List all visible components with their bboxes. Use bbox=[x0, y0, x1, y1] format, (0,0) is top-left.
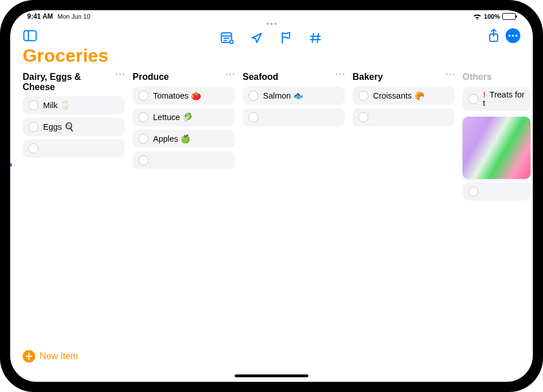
home-indicator[interactable] bbox=[235, 374, 308, 377]
status-bar: 9:41 AM Mon Jun 10 100% bbox=[10, 10, 533, 22]
section-title[interactable]: Seafood bbox=[243, 72, 333, 82]
reminder-item[interactable]: Croissants 🥐 bbox=[353, 87, 455, 105]
sections-container: Dairy, Eggs & CheeseMilk 🥛Eggs 🍳ProduceT… bbox=[10, 70, 533, 382]
complete-radio[interactable] bbox=[468, 186, 478, 197]
reminder-item[interactable]: Milk 🥛 bbox=[23, 96, 125, 114]
scroll-position-marker bbox=[10, 163, 12, 167]
complete-radio[interactable] bbox=[468, 94, 478, 104]
status-date: Mon Jun 10 bbox=[58, 13, 90, 20]
new-reminder-placeholder[interactable] bbox=[133, 151, 235, 169]
svg-point-23 bbox=[342, 73, 344, 75]
complete-radio[interactable] bbox=[138, 112, 149, 122]
share-icon[interactable] bbox=[486, 28, 501, 43]
reminder-item[interactable]: Lettuce 🥬 bbox=[133, 108, 235, 126]
section-column: Dairy, Eggs & CheeseMilk 🥛Eggs 🍳 bbox=[23, 72, 125, 382]
reminder-text[interactable]: Salmon 🐟 bbox=[263, 92, 303, 100]
svg-point-18 bbox=[226, 73, 227, 75]
complete-radio[interactable] bbox=[28, 100, 39, 110]
section-more-icon[interactable] bbox=[226, 72, 235, 75]
complete-radio[interactable] bbox=[138, 91, 149, 101]
svg-point-4 bbox=[512, 35, 514, 37]
svg-point-25 bbox=[449, 73, 451, 75]
location-icon[interactable] bbox=[249, 31, 264, 45]
reminder-text[interactable]: Apples 🍏 bbox=[153, 135, 190, 143]
svg-point-22 bbox=[339, 73, 341, 75]
sidebar-toggle-icon[interactable] bbox=[23, 28, 37, 43]
complete-radio[interactable] bbox=[358, 112, 368, 122]
calendar-icon[interactable] bbox=[220, 31, 235, 45]
battery-icon bbox=[502, 13, 516, 20]
section-column: BakeryCroissants 🥐 bbox=[353, 72, 455, 382]
section-title[interactable]: Produce bbox=[133, 72, 223, 82]
svg-line-12 bbox=[317, 33, 319, 42]
reminder-text[interactable]: Tomatoes 🍅 bbox=[153, 92, 201, 100]
section-title[interactable]: Bakery bbox=[353, 72, 443, 82]
multitasking-dots[interactable] bbox=[266, 23, 277, 25]
section-column: SeafoodSalmon 🐟 bbox=[243, 72, 345, 382]
new-reminder-placeholder[interactable] bbox=[243, 108, 345, 126]
svg-line-11 bbox=[312, 33, 313, 42]
new-reminder-placeholder[interactable] bbox=[463, 182, 531, 201]
svg-point-26 bbox=[452, 73, 454, 75]
reminder-text[interactable]: ! Treats for t bbox=[483, 91, 525, 107]
reminder-text[interactable]: Lettuce 🥬 bbox=[153, 113, 193, 122]
section-header: Others bbox=[463, 72, 531, 83]
section-more-icon[interactable] bbox=[116, 72, 125, 75]
reminder-item[interactable]: Salmon 🐟 bbox=[243, 87, 345, 105]
complete-radio[interactable] bbox=[248, 91, 258, 101]
svg-point-24 bbox=[446, 73, 447, 75]
reminder-item[interactable]: Apples 🍏 bbox=[133, 130, 235, 148]
section-title[interactable]: Dairy, Eggs & Cheese bbox=[23, 72, 113, 93]
svg-point-21 bbox=[336, 73, 337, 75]
section-header: Dairy, Eggs & Cheese bbox=[23, 72, 125, 93]
svg-point-15 bbox=[116, 73, 117, 75]
tag-icon[interactable] bbox=[308, 31, 323, 45]
battery-percent: 100% bbox=[484, 13, 500, 20]
reminder-item[interactable]: Tomatoes 🍅 bbox=[133, 87, 235, 105]
status-time: 9:41 AM bbox=[27, 12, 53, 20]
section-more-icon[interactable] bbox=[446, 72, 455, 75]
complete-radio[interactable] bbox=[28, 122, 39, 132]
list-title: Groceries bbox=[23, 45, 520, 66]
svg-point-5 bbox=[515, 35, 517, 37]
section-more-icon[interactable] bbox=[336, 72, 345, 75]
svg-rect-0 bbox=[24, 31, 36, 41]
new-reminder-placeholder[interactable] bbox=[23, 139, 125, 157]
section-column: ProduceTomatoes 🍅Lettuce 🥬Apples 🍏 bbox=[133, 72, 235, 382]
svg-point-19 bbox=[229, 73, 231, 75]
svg-point-20 bbox=[232, 73, 234, 75]
svg-point-17 bbox=[122, 73, 124, 75]
section-header: Produce bbox=[133, 72, 235, 83]
complete-radio[interactable] bbox=[138, 134, 149, 144]
reminder-item[interactable]: Eggs 🍳 bbox=[23, 118, 125, 136]
reminder-text[interactable]: Eggs 🍳 bbox=[43, 123, 74, 131]
svg-point-16 bbox=[119, 73, 121, 75]
new-item-label: New Item bbox=[40, 351, 78, 361]
svg-rect-8 bbox=[223, 38, 230, 39]
svg-point-3 bbox=[508, 35, 511, 37]
new-item-button[interactable]: New Item bbox=[23, 350, 78, 363]
complete-radio[interactable] bbox=[358, 91, 368, 101]
flag-icon[interactable] bbox=[279, 31, 294, 45]
section-title[interactable]: Others bbox=[463, 72, 531, 82]
complete-radio[interactable] bbox=[248, 112, 258, 122]
complete-radio[interactable] bbox=[28, 143, 39, 154]
section-column: Others! Treats for t bbox=[463, 72, 531, 382]
reminder-text[interactable]: Milk 🥛 bbox=[43, 101, 70, 110]
section-header: Seafood bbox=[243, 72, 345, 83]
plus-icon bbox=[23, 350, 35, 363]
reminder-image-thumbnail[interactable] bbox=[463, 117, 531, 179]
more-menu-icon[interactable] bbox=[506, 28, 520, 43]
wifi-icon bbox=[473, 14, 482, 20]
svg-rect-9 bbox=[223, 40, 227, 41]
section-header: Bakery bbox=[353, 72, 455, 83]
new-reminder-placeholder[interactable] bbox=[353, 108, 455, 126]
complete-radio[interactable] bbox=[138, 155, 149, 165]
reminder-item[interactable]: ! Treats for t bbox=[463, 87, 531, 111]
reminder-text[interactable]: Croissants 🥐 bbox=[373, 92, 425, 100]
